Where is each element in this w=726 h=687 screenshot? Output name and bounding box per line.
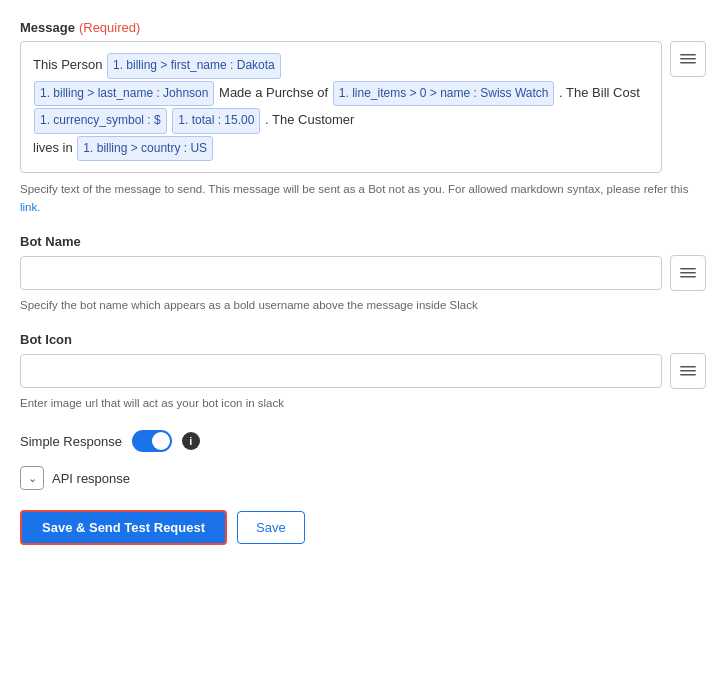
tag-last-name[interactable]: 1. billing > last_name : Johnson: [34, 81, 214, 107]
api-response-row: ⌄ API response: [20, 466, 706, 490]
bot-icon-menu-button[interactable]: [670, 353, 706, 389]
message-label: Message(Required): [20, 20, 706, 35]
save-button[interactable]: Save: [237, 511, 305, 544]
msg-text-6: lives in: [33, 140, 76, 155]
bot-name-helper: Specify the bot name which appears as a …: [20, 297, 706, 314]
message-section: Message(Required) This Person 1. billing…: [20, 20, 706, 216]
svg-rect-3: [680, 268, 696, 270]
api-response-label: API response: [52, 471, 130, 486]
msg-text-5: . The Customer: [261, 112, 354, 127]
button-row: Save & Send Test Request Save: [20, 510, 706, 545]
bot-icon-label: Bot Icon: [20, 332, 706, 347]
bot-name-menu-icon: [680, 265, 696, 281]
bot-name-input[interactable]: [20, 256, 662, 290]
message-input[interactable]: This Person 1. billing > first_name : Da…: [20, 41, 662, 173]
simple-response-toggle[interactable]: [132, 430, 172, 452]
svg-rect-8: [680, 374, 696, 376]
svg-rect-6: [680, 366, 696, 368]
bot-icon-helper: Enter image url that will act as your bo…: [20, 395, 706, 412]
api-response-chevron[interactable]: ⌄: [20, 466, 44, 490]
tag-total[interactable]: 1. total : 15.00: [172, 108, 260, 134]
svg-rect-0: [680, 54, 696, 56]
bot-name-label: Bot Name: [20, 234, 706, 249]
message-field-wrapper: This Person 1. billing > first_name : Da…: [20, 41, 706, 173]
info-icon[interactable]: i: [182, 432, 200, 450]
simple-response-label: Simple Response: [20, 434, 122, 449]
bot-name-section: Bot Name Specify the bot name which appe…: [20, 234, 706, 314]
bot-icon-input[interactable]: [20, 354, 662, 388]
msg-text-4: [168, 112, 172, 127]
tag-country[interactable]: 1. billing > country : US: [77, 136, 213, 162]
bot-icon-row: [20, 353, 706, 389]
message-helper-content: Specify text of the message to send. Thi…: [20, 183, 688, 195]
message-required: (Required): [79, 20, 140, 35]
svg-rect-5: [680, 276, 696, 278]
message-menu-button[interactable]: [670, 41, 706, 77]
message-label-text: Message: [20, 20, 75, 35]
tag-line-item[interactable]: 1. line_items > 0 > name : Swiss Watch: [333, 81, 555, 107]
message-helper-link[interactable]: link.: [20, 201, 40, 213]
bot-name-menu-button[interactable]: [670, 255, 706, 291]
bot-icon-section: Bot Icon Enter image url that will act a…: [20, 332, 706, 412]
bot-icon-menu-icon: [680, 363, 696, 379]
menu-icon: [680, 51, 696, 67]
svg-rect-4: [680, 272, 696, 274]
tag-currency[interactable]: 1. currency_symbol : $: [34, 108, 167, 134]
save-send-test-button[interactable]: Save & Send Test Request: [20, 510, 227, 545]
tag-first-name[interactable]: 1. billing > first_name : Dakota: [107, 53, 281, 79]
msg-text-1: This Person: [33, 57, 106, 72]
svg-rect-2: [680, 62, 696, 64]
msg-text-2: Made a Purchse of: [215, 85, 331, 100]
msg-text-3: . The Bill Cost: [555, 85, 639, 100]
bot-name-row: [20, 255, 706, 291]
svg-rect-1: [680, 58, 696, 60]
svg-rect-7: [680, 370, 696, 372]
message-helper-text: Specify text of the message to send. Thi…: [20, 181, 706, 216]
simple-response-row: Simple Response i: [20, 430, 706, 452]
